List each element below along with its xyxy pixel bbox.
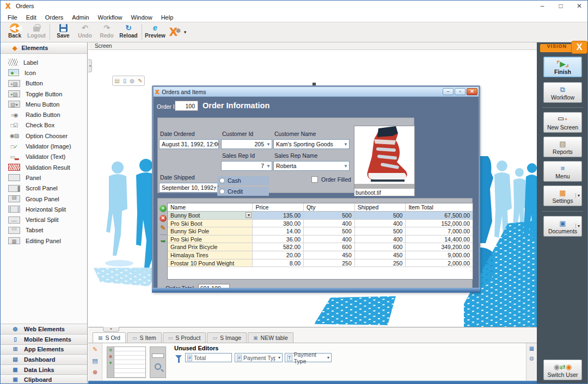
design-canvas[interactable]: ◂	[88, 50, 537, 327]
table-row[interactable]: Pro Ski Pole 36.00 400 400 14,400.00	[168, 236, 473, 244]
workflow-button[interactable]: ⧉ Workflow	[543, 82, 582, 103]
table-row[interactable]: Pro Ski Boot 380.00 400 400 152,000.00	[168, 220, 473, 228]
sidebar-collapse-handle[interactable]: ◂	[88, 59, 92, 72]
element-validation-result[interactable]: Validation Result	[1, 162, 87, 172]
remove-icon[interactable]: ⊗	[93, 369, 97, 376]
desktop-preview-icon[interactable]: ▤	[114, 78, 119, 84]
element-editing-panel[interactable]: ▦Editing Panel	[1, 236, 87, 246]
order-id-input[interactable]	[175, 101, 198, 111]
section-data-links[interactable]: ▦Data Links	[1, 364, 87, 375]
tab-s-ord[interactable]: ▦S Ord	[93, 332, 126, 343]
col-header-shipped[interactable]: Shipped	[355, 203, 406, 211]
screen-tab[interactable]: Screen	[95, 43, 112, 49]
menu-workflow[interactable]: Workflow	[94, 14, 127, 21]
table-row[interactable]: Prostar 10 Pound Weight 8.00 250 250 2,0…	[168, 259, 473, 268]
x-brand-button[interactable]: X✱	[166, 22, 181, 42]
tab-s-product[interactable]: ▭S Product	[163, 332, 206, 343]
logout-button[interactable]: Logout	[26, 22, 47, 42]
menu-file[interactable]: File	[3, 14, 22, 21]
element-option-chooser[interactable]: ◉▨Option Chooser	[1, 131, 87, 141]
edit-pencil-icon[interactable]: ✎	[93, 346, 97, 353]
section-mobile-elements[interactable]: ▯Mobile Elements	[1, 334, 87, 344]
element-group-panel[interactable]: ▨Group Panel	[1, 194, 87, 204]
order-filled-checkbox[interactable]: Order Filled	[311, 176, 351, 183]
editor-chip-payment-type[interactable]: T Payment Type ▾	[285, 353, 332, 362]
menu-admin[interactable]: Admin	[68, 14, 93, 21]
menu-button[interactable]: ≡ Menu	[543, 161, 582, 182]
menu-help[interactable]: Help	[157, 14, 178, 21]
insert-row-icon[interactable]: ➥	[160, 238, 167, 245]
redo-button[interactable]: ↷ Redo	[96, 22, 118, 42]
reports-button[interactable]: ▤ Reports	[543, 137, 582, 157]
filter-funnel-icon[interactable]	[175, 355, 182, 359]
dialog-title-bar[interactable]: X Orders and Items – ▫ ✕	[154, 87, 479, 97]
globe-icon[interactable]: ◍	[529, 355, 534, 361]
documents-button[interactable]: ▣ Documents	[543, 216, 582, 237]
element-scroll-panel[interactable]: ▐Scroll Panel	[1, 183, 87, 194]
mobile-preview-icon[interactable]: ▯	[123, 78, 126, 84]
toolbar-dropdown-caret[interactable]: ▾	[181, 29, 190, 35]
tab-new-table[interactable]: ▣NEW table	[248, 332, 293, 343]
dialog-bottom-frame[interactable]	[152, 288, 480, 293]
edit-row-icon[interactable]: ✎	[160, 225, 167, 232]
add-row-icon[interactable]: +	[160, 205, 167, 212]
element-icon[interactable]: Icon	[1, 67, 87, 78]
col-header-price[interactable]: Price	[253, 203, 304, 211]
close-button[interactable]: ✕	[570, 1, 588, 13]
table-row[interactable]: Himalaya Tires 20.00 450 450 9,000.00	[168, 251, 473, 259]
delete-row-icon[interactable]: ✕	[160, 215, 167, 222]
credit-radio[interactable]: Credit	[217, 187, 269, 196]
reload-button[interactable]: ↻ Reload	[118, 22, 139, 42]
dialog-restore-button[interactable]: ▫	[455, 88, 465, 95]
vision-x-logo-icon[interactable]: X	[571, 41, 587, 54]
element-validator-image[interactable]: □✓Validator (Image)	[1, 141, 87, 151]
col-header-name[interactable]: Name	[168, 203, 253, 211]
minimize-button[interactable]: –	[533, 1, 552, 13]
section-app-elements[interactable]: ⊞App Elements	[1, 344, 87, 355]
new-screen-button[interactable]: ▭✦ New Screen	[543, 112, 582, 133]
menu-window[interactable]: Window	[127, 14, 157, 21]
elements-header[interactable]: ◆ Elements	[1, 42, 87, 54]
grid-icon[interactable]: ▦	[529, 345, 534, 351]
section-dashboard[interactable]: ▤Dashboard	[1, 354, 87, 364]
switch-user-button[interactable]: ◉⇄◉ Switch User	[543, 360, 582, 380]
element-check-box[interactable]: □☑Check Box	[1, 120, 87, 131]
table-row[interactable]: Grand Prix Bicycle 582.00 600 600 349,20…	[168, 243, 473, 251]
date-ordered-combo[interactable]: August 31, 1992, 12:00▼	[159, 139, 219, 149]
cash-radio[interactable]: Cash	[217, 176, 269, 185]
table-editor-thumbnail[interactable]: ⊕⊗▼	[107, 346, 146, 378]
editor-chip-total[interactable]: # Total	[185, 353, 232, 362]
element-menu-button[interactable]: ▨▾Menu Button	[1, 99, 87, 109]
tab-s-item[interactable]: ▭S Item	[127, 332, 162, 343]
element-label[interactable]: Label	[1, 57, 87, 67]
notebook-icon[interactable]: ▤	[92, 357, 97, 364]
element-validator-text[interactable]: ▭▂Validator (Text)	[1, 152, 87, 162]
dialog-minimize-button[interactable]: –	[443, 88, 454, 95]
element-vertical-split[interactable]: —Vertical Split	[1, 214, 87, 225]
menu-edit[interactable]: Edit	[22, 14, 41, 21]
element-tabset[interactable]: ▭Tabset	[1, 225, 87, 236]
search-editor-thumbnail[interactable]	[150, 346, 166, 378]
editor-chip-payment-type-id[interactable]: # Payment Type Id ▾	[235, 353, 283, 362]
col-header-qty[interactable]: Qty	[304, 203, 355, 211]
tab-s-image[interactable]: ▭S Image	[207, 332, 247, 343]
date-shipped-combo[interactable]: September 10, 1992, 1▼	[159, 183, 219, 193]
finish-button[interactable]: ⌜▶⌟ Finish	[543, 57, 582, 77]
element-radio-button[interactable]: ○◉Radio Button	[1, 109, 87, 120]
customer-name-combo[interactable]: Kam's Sporting Goods▼	[273, 139, 350, 149]
element-horizontal-split[interactable]: ▏▕Horizontal Split	[1, 204, 87, 214]
cell-dropdown-icon[interactable]: ▼	[246, 212, 252, 218]
customer-id-combo[interactable]: 205▼	[221, 139, 272, 149]
maximize-button[interactable]: □	[552, 1, 570, 13]
menu-orders[interactable]: Orders	[41, 14, 68, 21]
table-row[interactable]: Bunny Ski Pole 14.00 500 500 7,000.00	[168, 227, 473, 236]
table-row[interactable]: Bunny Boot▼ 135.00 500 500 67,500.00	[168, 212, 473, 220]
sales-rep-name-combo[interactable]: Roberta▼	[273, 161, 350, 171]
dialog-close-button[interactable]: ✕	[467, 88, 477, 95]
section-clipboard[interactable]: ▣Clipboard	[1, 374, 87, 384]
sales-rep-id-combo[interactable]: 7▼	[221, 161, 272, 171]
undo-button[interactable]: ↶ Undo	[74, 22, 96, 42]
element-panel[interactable]: Panel	[1, 172, 87, 183]
back-button[interactable]: ◀◀ Back	[4, 22, 26, 42]
col-header-item-total[interactable]: Item Total	[406, 203, 473, 211]
